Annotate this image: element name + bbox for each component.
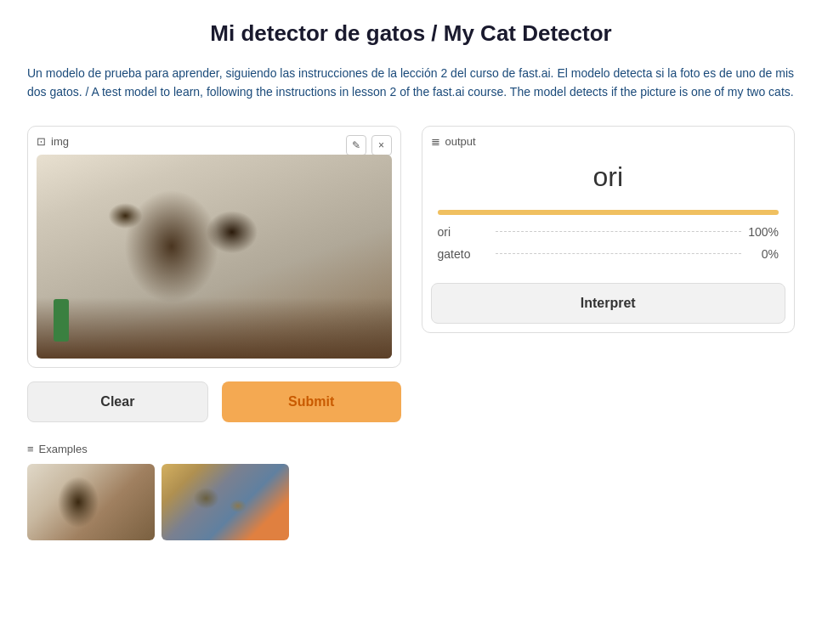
dots-ori bbox=[496, 231, 742, 232]
edit-button[interactable]: ✎ bbox=[346, 135, 366, 155]
examples-section: ≡ Examples bbox=[27, 443, 401, 540]
close-button[interactable]: × bbox=[371, 135, 392, 155]
uploaded-cat-image bbox=[37, 155, 392, 359]
output-box-header: ≣ output bbox=[431, 135, 786, 148]
example-image-1[interactable] bbox=[27, 464, 155, 540]
examples-header: ≡ Examples bbox=[27, 443, 401, 455]
left-panel: ⊡ img ✎ × Clear Submit ≡ Examples bbox=[27, 126, 401, 540]
submit-button[interactable]: Submit bbox=[222, 381, 401, 422]
action-buttons: Clear Submit bbox=[27, 381, 401, 422]
pct-ori: 100% bbox=[748, 225, 779, 239]
page-title: Mi detector de gatos / My Cat Detector bbox=[27, 20, 795, 47]
image-input-box: ⊡ img ✎ × bbox=[27, 126, 401, 368]
output-icon: ≣ bbox=[431, 135, 440, 148]
image-label: img bbox=[51, 135, 69, 148]
main-content: ⊡ img ✎ × Clear Submit ≡ Examples bbox=[27, 126, 795, 540]
examples-icon: ≡ bbox=[27, 443, 34, 455]
right-panel: ≣ output ori ori 100% gateto 0% Interpre… bbox=[422, 126, 796, 333]
interpret-button[interactable]: Interpret bbox=[431, 283, 786, 324]
confidence-row-gateto: gateto 0% bbox=[431, 247, 786, 261]
label-gateto: gateto bbox=[438, 247, 489, 261]
clear-button[interactable]: Clear bbox=[27, 381, 208, 422]
example-image-2[interactable] bbox=[162, 464, 289, 540]
image-box-header: ⊡ img bbox=[37, 135, 392, 148]
confidence-row-ori: ori 100% bbox=[431, 225, 786, 239]
confidence-bar-container bbox=[431, 210, 786, 215]
pct-gateto: 0% bbox=[748, 247, 779, 261]
page-description: Un modelo de prueba para aprender, sigui… bbox=[27, 64, 795, 102]
confidence-bar-ori bbox=[438, 210, 779, 215]
image-box-actions: ✎ × bbox=[346, 135, 392, 155]
image-icon: ⊡ bbox=[37, 135, 46, 148]
label-ori: ori bbox=[438, 225, 489, 239]
examples-grid bbox=[27, 464, 401, 540]
output-label: output bbox=[445, 135, 476, 148]
examples-label: Examples bbox=[39, 443, 88, 455]
output-result: ori bbox=[431, 161, 786, 193]
output-box: ≣ output ori ori 100% gateto 0% Interpre… bbox=[422, 126, 796, 333]
dots-gateto bbox=[496, 253, 742, 254]
